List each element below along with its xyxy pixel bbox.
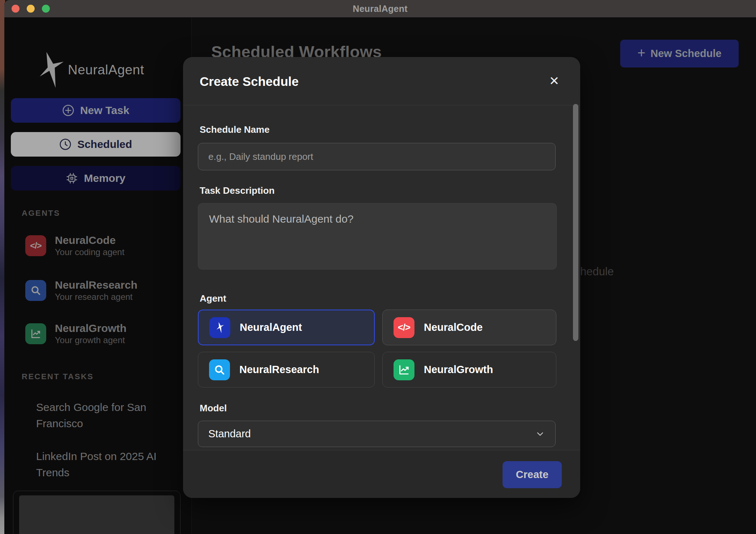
recent-tasks-section-header: RECENT TASKS	[22, 372, 94, 381]
sidebar-item-neuralcode[interactable]: </> NeuralCode Your coding agent	[25, 234, 125, 258]
modal-scrollbar-thumb[interactable]	[573, 104, 578, 341]
task-description-label: Task Description	[200, 185, 275, 196]
nav-label: Memory	[84, 172, 125, 184]
search-icon	[209, 359, 230, 380]
zoom-window-button[interactable]	[42, 5, 50, 13]
titlebar: NeuralAgent	[4, 0, 756, 17]
code-icon: </>	[25, 235, 46, 256]
search-icon	[25, 280, 46, 301]
new-schedule-label: New Schedule	[651, 48, 722, 60]
window-title: NeuralAgent	[353, 4, 408, 14]
sidebar-item-neuralgrowth[interactable]: NeuralGrowth Your growth agent	[25, 322, 126, 346]
plus-circle-icon	[62, 104, 74, 117]
clock-icon	[59, 138, 71, 150]
modal-header-divider	[183, 105, 580, 105]
close-modal-button[interactable]: ✕	[545, 71, 564, 90]
create-button[interactable]: Create	[503, 461, 562, 488]
app-window: NeuralAgent NeuralAgent New Task Schedul…	[4, 0, 756, 534]
agent-option-label: NeuralResearch	[239, 364, 319, 376]
agent-option-neuralresearch[interactable]: NeuralResearch	[198, 352, 375, 388]
agent-name: NeuralResearch	[55, 279, 137, 292]
traffic-lights	[12, 5, 50, 13]
sidebar-item-neuralresearch[interactable]: NeuralResearch Your research agent	[25, 279, 137, 302]
close-window-button[interactable]	[12, 5, 19, 13]
agent-description: Your coding agent	[55, 247, 125, 258]
nav-label: New Task	[80, 104, 129, 117]
agent-option-neuralcode[interactable]: </> NeuralCode	[382, 310, 556, 345]
sidebar-bottom-card[interactable]	[19, 495, 174, 534]
logo-text: NeuralAgent	[68, 62, 144, 78]
model-select[interactable]: Standard	[198, 421, 556, 447]
model-section-label: Model	[200, 403, 227, 414]
agent-description: Your research agent	[55, 292, 137, 302]
agents-section-header: AGENTS	[22, 209, 60, 218]
agent-name: NeuralGrowth	[55, 322, 126, 335]
nav-label: Scheduled	[77, 138, 132, 150]
chip-icon	[66, 172, 78, 184]
plus-icon: +	[638, 45, 646, 61]
model-selected-value: Standard	[208, 428, 251, 440]
modal-footer: Create	[183, 450, 580, 498]
code-icon: </>	[394, 317, 414, 338]
agent-option-neuralagent[interactable]: NeuralAgent	[198, 310, 375, 345]
recent-task-item[interactable]: Search Google for San Francisco	[36, 399, 159, 432]
chart-growth-icon	[25, 323, 46, 344]
chart-growth-icon	[394, 359, 414, 380]
agent-option-label: NeuralCode	[424, 321, 483, 333]
close-icon: ✕	[549, 74, 560, 88]
scheduled-button[interactable]: Scheduled	[11, 132, 181, 157]
agent-description: Your growth agent	[55, 335, 126, 346]
agent-option-label: NeuralGrowth	[424, 364, 493, 376]
agent-section-label: Agent	[200, 293, 226, 304]
modal-title: Create Schedule	[200, 74, 299, 89]
sidebar: NeuralAgent New Task Scheduled Memory AG…	[4, 17, 192, 534]
new-task-button[interactable]: New Task	[11, 98, 181, 123]
app-logo: NeuralAgent	[35, 49, 144, 91]
minimize-window-button[interactable]	[27, 5, 35, 13]
sparkle-logo-icon	[35, 49, 66, 91]
agent-name: NeuralCode	[55, 234, 125, 247]
task-description-input[interactable]	[198, 203, 557, 270]
sparkle-icon	[209, 317, 230, 338]
recent-task-item[interactable]: LinkedIn Post on 2025 AI Trends	[36, 448, 159, 481]
memory-button[interactable]: Memory	[11, 166, 181, 191]
create-schedule-modal: Create Schedule ✕ Schedule Name Task Des…	[183, 57, 580, 498]
empty-state-text-fragment: hedule	[580, 265, 614, 278]
agent-option-neuralgrowth[interactable]: NeuralGrowth	[382, 352, 556, 388]
schedule-name-label: Schedule Name	[200, 124, 270, 135]
new-schedule-button[interactable]: + New Schedule	[620, 40, 739, 67]
agent-option-label: NeuralAgent	[240, 321, 302, 333]
chevron-down-icon	[535, 429, 545, 439]
schedule-name-input[interactable]	[198, 143, 556, 170]
